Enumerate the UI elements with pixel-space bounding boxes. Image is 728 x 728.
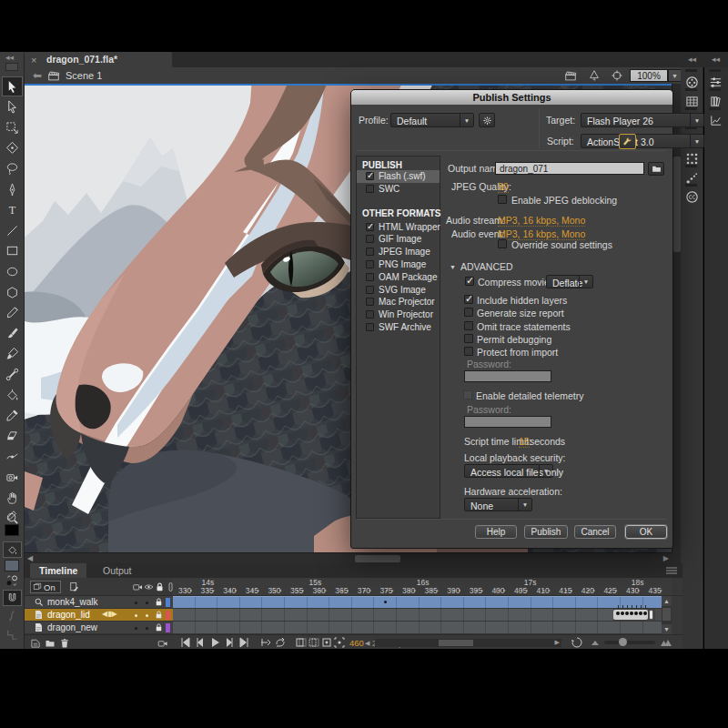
tool-button[interactable]: [2, 158, 23, 178]
tool-button[interactable]: [2, 282, 23, 302]
new-layer-button[interactable]: [30, 636, 41, 652]
empty-keyframe-cell[interactable]: [649, 610, 653, 620]
tool-button[interactable]: [2, 323, 23, 343]
advanced-checkbox[interactable]: [464, 334, 473, 343]
go-to-first-frame-button[interactable]: [179, 637, 192, 648]
frame-row-2[interactable]: [173, 609, 672, 622]
timeline-frames-area[interactable]: 14s15s16s17s18s 330335340345350355360365…: [173, 578, 672, 634]
frame-row-3[interactable]: [173, 622, 672, 634]
layer-lock-icon[interactable]: [154, 597, 164, 607]
keyframe-dot[interactable]: [639, 612, 642, 615]
format-checkbox[interactable]: [366, 273, 374, 281]
format-checkbox[interactable]: [366, 286, 374, 294]
play-button[interactable]: [208, 637, 221, 648]
onion-skin-outlines-icon[interactable]: [308, 637, 320, 648]
smooth-option-icon[interactable]: [5, 610, 18, 622]
playback-security-dropdown[interactable]: Access local files only▼: [464, 464, 553, 478]
zoom-dropdown-arrow[interactable]: ▼: [668, 69, 682, 82]
password2-input[interactable]: [464, 416, 551, 428]
zoom-in-timeline-icon[interactable]: [660, 637, 672, 648]
go-to-last-frame-button[interactable]: [238, 637, 250, 648]
collapse-panels-icon[interactable]: ◂◂: [688, 55, 696, 64]
format-row[interactable]: SVG Image: [357, 284, 440, 297]
advanced-checkbox[interactable]: [464, 321, 473, 330]
cc-libraries-panel-icon[interactable]: [682, 187, 703, 207]
format-row[interactable]: JPEG Image: [357, 246, 440, 258]
tween-span-blue[interactable]: [173, 596, 672, 608]
hscroll-left-arrow[interactable]: ◀: [365, 640, 369, 647]
timeline-hscroll-thumb[interactable]: [439, 640, 473, 646]
layer-name[interactable]: dragon_new: [47, 622, 97, 632]
tab-output[interactable]: Output: [94, 563, 141, 578]
frame-row-1[interactable]: [173, 596, 672, 609]
tab-close-icon[interactable]: ×: [31, 53, 36, 68]
profile-dropdown[interactable]: Default▼: [390, 113, 474, 127]
format-row[interactable]: Flash (.swf): [357, 170, 440, 183]
scroll-right-icon[interactable]: ▶: [663, 554, 669, 562]
tool-button[interactable]: [2, 200, 23, 220]
format-row[interactable]: Mac Projector: [357, 296, 440, 308]
password-input[interactable]: [464, 370, 551, 382]
toolbar-collapse-icon[interactable]: ◂◂: [5, 53, 14, 62]
onion-skin-icon[interactable]: [295, 637, 308, 648]
format-row[interactable]: HTML Wrapper: [357, 221, 440, 234]
panel-menu-icon[interactable]: [666, 567, 677, 574]
history-panel-icon[interactable]: [705, 111, 726, 130]
timeline-zoom-knob[interactable]: [619, 638, 627, 646]
layer-outline-dot[interactable]: [146, 614, 148, 617]
swap-colors-icon[interactable]: [5, 574, 19, 587]
timeline-horizontal-scrollbar[interactable]: ▶: [375, 639, 561, 647]
delete-layer-button[interactable]: [59, 636, 70, 652]
timeline-zoom-slider[interactable]: [604, 641, 655, 644]
layer-outline-dot[interactable]: [146, 602, 148, 604]
step-back-button[interactable]: [194, 637, 207, 648]
tool-button[interactable]: [2, 76, 23, 96]
tool-button[interactable]: [2, 261, 23, 281]
format-row[interactable]: SWC: [357, 183, 440, 196]
dialog-button[interactable]: Cancel: [574, 525, 616, 539]
modify-markers-icon[interactable]: [333, 637, 346, 648]
zoom-level-input[interactable]: 100%: [630, 69, 668, 82]
telemetry-checkbox[interactable]: [463, 390, 472, 399]
advanced-checkbox[interactable]: [464, 308, 473, 317]
layer-name[interactable]: monk4_walk: [47, 597, 98, 607]
format-checkbox[interactable]: [366, 298, 374, 306]
dialog-title-bar[interactable]: Publish Settings: [351, 90, 672, 105]
jpeg-quality-value[interactable]: 80: [498, 181, 509, 193]
hardware-accel-dropdown[interactable]: None▼: [464, 498, 532, 511]
layer-outline-dot[interactable]: [146, 627, 148, 630]
advanced-collapse-arrow[interactable]: ▼: [450, 264, 456, 270]
tool-button[interactable]: [2, 364, 23, 384]
keyframe-dot[interactable]: [643, 612, 647, 615]
scroll-left-icon[interactable]: ◀: [27, 554, 33, 562]
dialog-button[interactable]: OK: [625, 525, 667, 539]
tool-button[interactable]: [2, 447, 23, 467]
layer-sel-controls[interactable]: ◀▮▶: [102, 610, 133, 621]
vscroll-thumb[interactable]: [673, 157, 681, 252]
dialog-button[interactable]: Help: [475, 525, 517, 539]
tool-button[interactable]: [2, 426, 23, 446]
current-frame-value[interactable]: 460: [349, 638, 364, 648]
format-row[interactable]: GIF Image: [357, 233, 440, 246]
advanced-checkbox[interactable]: [464, 347, 473, 356]
frames-scroll-thumb[interactable]: [662, 608, 671, 621]
tool-button[interactable]: [2, 488, 23, 508]
tool-button[interactable]: [2, 303, 23, 323]
edit-multiple-frames-icon[interactable]: [320, 637, 333, 648]
keyframe-dot[interactable]: [630, 612, 633, 615]
hscroll-thumb[interactable]: [355, 555, 400, 562]
format-checkbox[interactable]: [366, 248, 374, 256]
profile-options-button[interactable]: [479, 113, 495, 127]
new-folder-button[interactable]: [45, 636, 56, 652]
keyframe-dot[interactable]: [634, 612, 638, 615]
layer-visibility-dot[interactable]: [135, 614, 137, 617]
timeline-hscroll-right-arrow[interactable]: ▶: [555, 639, 560, 646]
edit-symbols-icon[interactable]: [587, 69, 602, 82]
edit-scene-icon[interactable]: [563, 69, 578, 82]
canvas-horizontal-scrollbar[interactable]: ◀ ▶: [25, 552, 672, 563]
edit-layer-icon[interactable]: [68, 581, 80, 592]
dialog-button[interactable]: Publish: [524, 525, 568, 539]
format-checkbox[interactable]: [366, 235, 374, 243]
tool-button[interactable]: [2, 117, 23, 137]
layer-lock-icon[interactable]: [154, 610, 164, 620]
